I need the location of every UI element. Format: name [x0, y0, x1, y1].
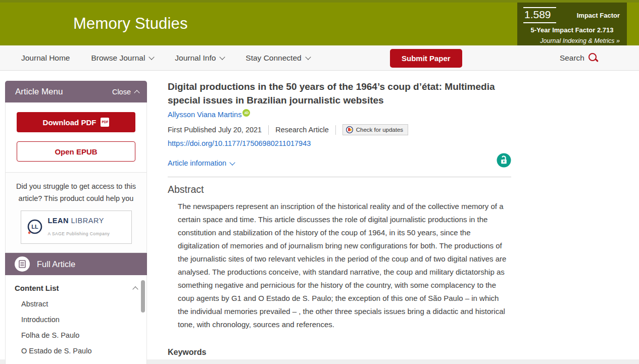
- lean-library-wordmark: LEAN LIBRARY A SAGE Publishing Company: [48, 215, 110, 240]
- access-promo-panel: Did you struggle to get access to this a…: [5, 173, 147, 253]
- main-navbar: Journal Home Browse Journal Journal Info…: [0, 45, 639, 71]
- journal-indexing-metrics-link[interactable]: Journal Indexing & Metrics »: [523, 37, 621, 44]
- article-information-toggle[interactable]: Article information: [168, 159, 234, 167]
- document-icon: [15, 256, 30, 272]
- article-menu-close-button[interactable]: Close: [112, 88, 139, 96]
- svg-text:LL: LL: [31, 224, 38, 230]
- lean-library-name-light: LIBRARY: [69, 217, 104, 225]
- access-promo-text-line2: article? This product could help you: [15, 192, 137, 204]
- content-list-item[interactable]: Introduction: [15, 316, 137, 324]
- nav-item-label: Journal Info: [175, 54, 216, 63]
- impact-factor-box: 1.589 Impact Factor 5-Year Impact Factor…: [517, 3, 627, 45]
- chevron-up-icon: [134, 90, 139, 95]
- lean-library-monogram-icon: LL: [25, 218, 44, 237]
- content-list-title: Content List: [15, 284, 59, 292]
- open-epub-button[interactable]: Open EPUB: [17, 141, 135, 162]
- nav-item[interactable]: Browse Journal: [91, 54, 154, 63]
- article-main: Digital productions in the 50 years of t…: [168, 80, 511, 364]
- article-meta-row: First Published July 20, 2021 Research A…: [168, 124, 511, 135]
- article-menu-sidebar: Article Menu Close Download PDF PDF Open…: [5, 81, 147, 364]
- download-panel: Download PDF PDF Open EPUB: [5, 102, 147, 173]
- author-row: Allysson Viana Martins iD: [168, 111, 511, 119]
- section-divider: [168, 177, 511, 177]
- download-pdf-button[interactable]: Download PDF PDF: [17, 112, 135, 132]
- article-information-label: Article information: [168, 159, 226, 167]
- doi-row: https://doi.org/10.1177/1750698021101794…: [168, 139, 511, 147]
- close-label: Close: [112, 88, 131, 96]
- impact-factor-label: Impact Factor: [577, 12, 621, 19]
- site-header: Memory Studies 1.589 Impact Factor 5-Yea…: [0, 0, 639, 45]
- divider: [268, 125, 269, 135]
- article-type: Research Article: [275, 126, 329, 134]
- content-list-items: Abstract Introduction Folha de S. Paulo …: [15, 300, 137, 355]
- divider: [335, 125, 336, 135]
- nav-item-label: Browse Journal: [91, 54, 145, 63]
- content-list-item[interactable]: O Estado de S. Paulo: [15, 347, 137, 355]
- full-article-label: Full Article: [37, 259, 75, 269]
- pdf-file-icon: PDF: [101, 118, 109, 127]
- content-list-item[interactable]: Folha de S. Paulo: [15, 331, 137, 339]
- chevron-up-icon: [132, 286, 138, 292]
- impact-factor-value: 1.589: [523, 7, 556, 23]
- lean-library-name-bold: LEAN: [48, 217, 69, 225]
- check-for-updates-label: Check for updates: [356, 127, 403, 133]
- content-list-item[interactable]: Abstract: [15, 300, 137, 308]
- five-year-impact-factor: 5-Year Impact Factor 2.713: [523, 26, 621, 34]
- nav-item[interactable]: Journal Home: [21, 54, 70, 63]
- sidebar-scrollbar-thumb[interactable]: [141, 280, 145, 313]
- chevron-down-icon: [149, 54, 155, 60]
- author-link[interactable]: Allysson Viana Martins: [168, 111, 241, 119]
- nav-item[interactable]: Stay Connected: [245, 54, 310, 63]
- nav-item-label: Stay Connected: [245, 54, 301, 63]
- keywords-heading: Keywords: [168, 348, 511, 357]
- orcid-icon[interactable]: iD: [242, 109, 250, 117]
- search-button[interactable]: Search: [560, 54, 597, 63]
- first-published-date: First Published July 20, 2021: [168, 126, 262, 134]
- article-title: Digital productions in the 50 years of t…: [168, 80, 511, 107]
- full-article-section-header[interactable]: Full Article: [5, 253, 147, 275]
- lean-library-logo[interactable]: LL LEAN LIBRARY A SAGE Publishing Compan…: [21, 211, 132, 244]
- open-access-icon[interactable]: [497, 153, 511, 170]
- article-information-row: Article information: [168, 156, 511, 170]
- download-pdf-label: Download PDF: [43, 118, 96, 127]
- journal-title: Memory Studies: [73, 15, 188, 33]
- chevron-down-icon: [220, 54, 225, 60]
- article-menu-title: Article Menu: [15, 87, 63, 97]
- access-promo-text-line1: Did you struggle to get access to this: [15, 180, 137, 192]
- article-menu-header: Article Menu Close: [5, 81, 147, 102]
- abstract-text: The newspapers represent an inscription …: [168, 200, 511, 331]
- nav-item[interactable]: Journal Info: [175, 54, 224, 63]
- check-for-updates-badge[interactable]: Check for updates: [342, 124, 408, 135]
- lean-library-tagline: A SAGE Publishing Company: [48, 228, 110, 240]
- content-list-panel: Content List Abstract Introduction Folha…: [5, 275, 147, 364]
- doi-link[interactable]: https://doi.org/10.1177/1750698021101794…: [168, 139, 311, 147]
- submit-paper-button[interactable]: Submit Paper: [390, 49, 462, 68]
- search-label: Search: [560, 54, 584, 63]
- crossmark-icon: [346, 126, 353, 133]
- nav-item-label: Journal Home: [21, 54, 70, 63]
- content-list-toggle[interactable]: Content List: [15, 284, 137, 292]
- abstract-heading: Abstract: [168, 184, 511, 195]
- chevron-down-icon: [229, 160, 235, 165]
- chevron-down-icon: [305, 54, 311, 60]
- search-icon: [588, 53, 597, 61]
